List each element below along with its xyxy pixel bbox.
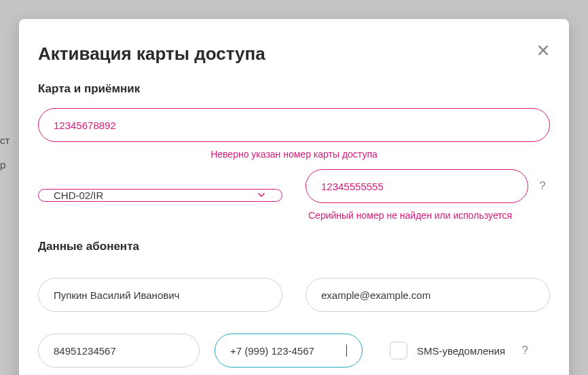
bg-text: ст xyxy=(0,135,10,146)
receiver-row: CHD-02/IR 12345555555 ? Серийный номер н… xyxy=(38,169,550,221)
card-number-row: 12345678892 xyxy=(38,108,550,142)
close-button[interactable] xyxy=(536,43,550,57)
sms-checkbox[interactable] xyxy=(390,342,407,359)
bg-text: р xyxy=(0,159,5,171)
text-caret xyxy=(346,344,347,357)
serial-help-icon[interactable]: ? xyxy=(535,179,550,193)
activation-modal: Активация карты доступа Карта и приёмник… xyxy=(19,19,569,375)
serial-field[interactable]: 12345555555 xyxy=(306,169,528,203)
phone1-value: 84951234567 xyxy=(54,345,184,357)
receiver-model-value: CHD-02/IR xyxy=(54,190,256,201)
sms-checkbox-wrap: SMS-уведомления ? xyxy=(390,342,532,359)
receiver-model-col: CHD-02/IR xyxy=(38,189,282,202)
serial-error: Серийный номер не найден или используетс… xyxy=(306,210,550,221)
name-email-row: Пупкин Василий Иванович example@example.… xyxy=(38,278,550,312)
section-card-receiver: Карта и приёмник xyxy=(38,82,550,96)
chevron-down-icon xyxy=(256,190,267,200)
modal-header: Активация карты доступа xyxy=(38,43,550,65)
sms-help-icon[interactable]: ? xyxy=(517,344,532,357)
subscriber-name-field[interactable]: Пупкин Василий Иванович xyxy=(38,278,282,312)
phone2-value: +7 (999) 123-4567 xyxy=(230,345,346,357)
receiver-model-select[interactable]: CHD-02/IR xyxy=(38,189,282,202)
card-number-error: Неверно указан номер карты доступа xyxy=(38,149,550,160)
phone2-field[interactable]: +7 (999) 123-4567 xyxy=(215,334,363,368)
serial-col: 12345555555 ? Серийный номер не найден и… xyxy=(306,169,550,221)
serial-value: 12345555555 xyxy=(321,181,513,192)
card-number-value: 12345678892 xyxy=(54,120,534,131)
phones-row: 84951234567 +7 (999) 123-4567 SMS-уведом… xyxy=(38,334,550,368)
section-subscriber: Данные абонента xyxy=(38,240,550,253)
phone1-field[interactable]: 84951234567 xyxy=(38,334,200,368)
close-icon xyxy=(536,43,550,57)
subscriber-name-value: Пупкин Василий Иванович xyxy=(54,289,267,301)
subscriber-email-value: example@example.com xyxy=(321,289,534,301)
subscriber-email-field[interactable]: example@example.com xyxy=(306,278,550,312)
card-number-field[interactable]: 12345678892 xyxy=(38,108,550,142)
modal-title: Активация карты доступа xyxy=(38,43,265,65)
sms-checkbox-label: SMS-уведомления xyxy=(417,345,505,357)
